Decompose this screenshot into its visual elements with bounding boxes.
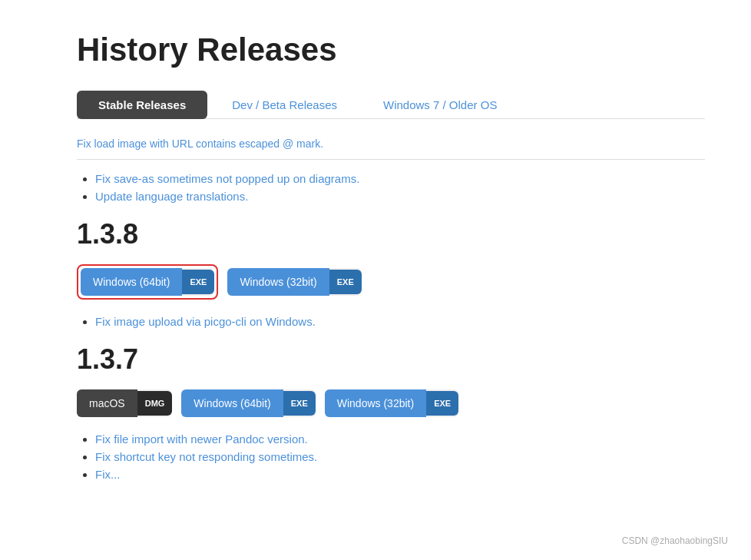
download-btn-win32-138[interactable]: Windows (32bit) EXE xyxy=(227,268,361,296)
download-btn-win32-137-tag: EXE xyxy=(426,391,458,416)
bullet-text-1: Fix save-as sometimes not popped up on d… xyxy=(95,172,359,185)
version-137-heading: 1.3.7 xyxy=(77,343,705,376)
download-btn-win32-138-tag: EXE xyxy=(329,270,362,294)
download-row-138: Windows (64bit) EXE Windows (32bit) EXE xyxy=(77,264,705,300)
fix-138-1-text: Fix image upload via picgo-cli on Window… xyxy=(95,315,316,328)
watermark: CSDN @zhaohaobingSIU xyxy=(622,535,728,546)
list-item: Fix shortcut key not responding sometime… xyxy=(95,450,705,463)
download-btn-mac-137-label: macOS xyxy=(77,389,137,417)
list-item: Update language translations. xyxy=(95,190,705,203)
tab-windows7[interactable]: Windows 7 / Older OS xyxy=(362,91,518,119)
list-item: Fix image upload via picgo-cli on Window… xyxy=(95,315,705,328)
page-title: History Releases xyxy=(77,31,705,69)
divider-top xyxy=(77,159,705,160)
list-item: Fix file import with newer Pandoc versio… xyxy=(95,432,705,446)
bullet-text-2: Update language translations. xyxy=(95,190,248,203)
download-btn-win64-138[interactable]: Windows (64bit) EXE xyxy=(81,268,214,296)
fix-137-2-text: Fix shortcut key not responding sometime… xyxy=(95,450,317,463)
download-btn-win64-137-tag: EXE xyxy=(283,391,316,416)
download-btn-win64-137[interactable]: Windows (64bit) EXE xyxy=(181,389,315,417)
tab-stable[interactable]: Stable Releases xyxy=(77,91,207,119)
download-btn-win32-137-label: Windows (32bit) xyxy=(325,389,426,417)
download-btn-win64-138-label: Windows (64bit) xyxy=(81,268,182,296)
fix-137-1-text: Fix file import with newer Pandoc versio… xyxy=(95,432,308,446)
version-138-heading: 1.3.8 xyxy=(77,218,705,250)
download-btn-win64-138-wrapper: Windows (64bit) EXE xyxy=(77,264,218,300)
download-btn-win32-137[interactable]: Windows (32bit) EXE xyxy=(325,389,458,417)
download-btn-win64-137-label: Windows (64bit) xyxy=(181,389,283,417)
download-btn-win32-138-label: Windows (32bit) xyxy=(227,268,329,296)
fixes-138: Fix image upload via picgo-cli on Window… xyxy=(77,315,705,328)
download-row-137: macOS DMG Windows (64bit) EXE Windows (3… xyxy=(77,389,705,417)
fix-137-3-text: Fix... xyxy=(95,468,121,481)
download-btn-mac-137[interactable]: macOS DMG xyxy=(77,389,172,417)
list-item: Fix... xyxy=(95,468,705,481)
clipped-line: Fix load image with URL contains escaped… xyxy=(77,138,705,150)
download-btn-win64-138-tag: EXE xyxy=(182,270,214,294)
list-item: Fix save-as sometimes not popped up on d… xyxy=(95,172,705,185)
tabs-row: Stable Releases Dev / Beta Releases Wind… xyxy=(77,91,705,119)
tab-dev[interactable]: Dev / Beta Releases xyxy=(210,91,359,119)
bullets-above: Fix save-as sometimes not popped up on d… xyxy=(77,172,705,203)
fixes-137: Fix file import with newer Pandoc versio… xyxy=(77,432,705,481)
download-btn-mac-137-tag: DMG xyxy=(137,391,173,416)
